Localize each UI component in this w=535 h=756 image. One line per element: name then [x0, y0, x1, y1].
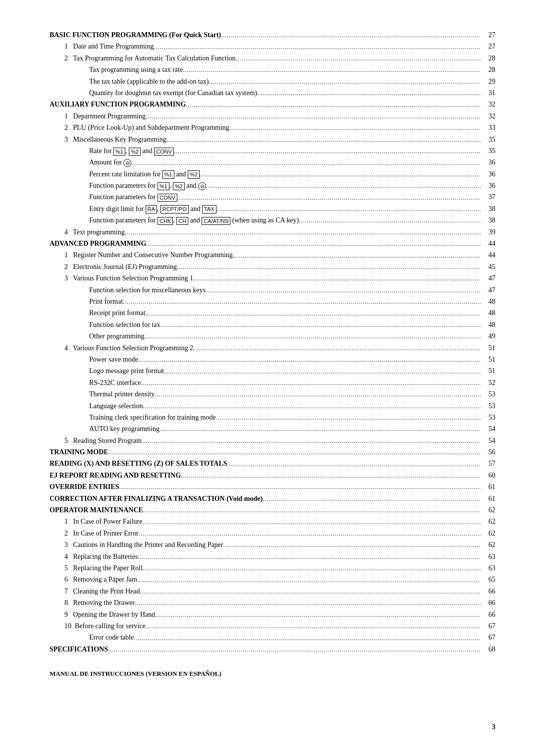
toc-entry-tax-table: The tax table (applicable to the add-on …: [50, 76, 495, 87]
toc-page: 67: [481, 632, 495, 643]
toc-page: 51: [481, 354, 495, 365]
toc-page: 36: [481, 157, 495, 168]
toc-filler: [125, 228, 481, 237]
toc-entry-drawer-hand: 9 Opening the Drawer by Hand 66: [50, 609, 495, 620]
key-pct2c: %2: [173, 182, 185, 190]
toc-filler: [155, 610, 481, 620]
key-pct1c: %1: [158, 182, 169, 190]
toc-entry-date: 1 Date and Time Programming 27: [50, 41, 495, 52]
toc-page: 28: [481, 53, 495, 64]
toc-entry-digit-limit: Entry digit limit for RA, RCPT/PO and TA…: [50, 204, 495, 215]
toc-label: 4 Various Function Selection Programming…: [64, 343, 193, 354]
toc-label: 6 Removing a Paper Jam: [64, 574, 137, 585]
toc-label: 1 Register Number and Consecutive Number…: [64, 250, 233, 261]
toc-filler: [123, 297, 481, 307]
toc-entry-register-num: 1 Register Number and Consecutive Number…: [50, 250, 495, 261]
toc-entry-language: Language selection 53: [50, 401, 495, 412]
toc-filler: [193, 344, 481, 353]
toc-label: CORRECTION AFTER FINALIZING A TRANSACTIO…: [50, 493, 263, 504]
toc-label: Error code table: [89, 632, 134, 643]
toc-filler: [177, 193, 481, 203]
toc-filler: [193, 274, 481, 283]
toc-page: 53: [481, 389, 495, 400]
toc-entry-func-chk: Function parameters for CHK, CH and CA/A…: [50, 215, 495, 226]
toc-filler: [206, 181, 481, 191]
toc-filler: [186, 101, 481, 110]
toc-page: 31: [481, 88, 495, 99]
toc-page: 35: [481, 134, 495, 145]
toc-label: 5 Reading Stored Program: [64, 435, 142, 446]
toc-filler: [223, 540, 481, 550]
toc-page: 62: [481, 540, 495, 550]
toc-entry-print-head: 7 Cleaning the Print Head 66: [50, 586, 495, 597]
toc-filler: [206, 286, 481, 295]
toc-filler: [135, 598, 481, 608]
toc-entry-drawer: 8 Removing the Drawer 66: [50, 597, 495, 608]
toc-page: 29: [481, 76, 495, 87]
toc-entry-batteries: 4 Replacing the Batteries 63: [50, 551, 495, 562]
toc-entry-rate-for: Rate for %1, %2 and CONV 35: [50, 146, 495, 157]
toc-entry-tax-rate: Tax programming using a tax rate 28: [50, 64, 495, 75]
toc-entry-tax: 2 Tax Programming for Automatic Tax Calc…: [50, 53, 495, 64]
toc-label: 5 Replacing the Paper Roll: [64, 563, 143, 574]
toc-label: Function parameters for CONV: [89, 192, 177, 203]
toc-page: 62: [481, 516, 495, 527]
toc-page: 38: [481, 204, 495, 215]
toc-filler: [142, 436, 481, 446]
toc-label: 3 Miscellaneous Key Programming: [64, 134, 166, 145]
toc-entry-percent-rate: Percent rate limitation for %1 and %2 36: [50, 169, 495, 180]
toc-label: TRAINING MODE: [50, 447, 108, 458]
toc-label: ADVANCED PROGRAMMING: [50, 238, 146, 249]
key-circle-c: ⊝: [198, 182, 206, 190]
toc-filler: [216, 413, 481, 423]
toc-filler: [146, 239, 481, 249]
toc-container: BASIC FUNCTION PROGRAMMING (For Quick St…: [50, 30, 495, 678]
toc-filler: [177, 263, 481, 272]
toc-label: Function selection for tax: [89, 320, 160, 330]
toc-filler: [155, 390, 481, 399]
toc-filler: [137, 576, 481, 585]
toc-label: Percent rate limitation for %1 and %2: [89, 169, 200, 180]
toc-filler: [131, 159, 481, 168]
toc-filler: [143, 564, 481, 573]
toc-page: 27: [481, 41, 495, 52]
toc-entry-cautions: 3 Cautions in Handling the Printer and R…: [50, 540, 495, 550]
toc-page: 35: [481, 146, 495, 157]
toc-entry-plu: 2 PLU (Price Look-Up) and Subdepartment …: [50, 122, 495, 133]
toc-label: EJ REPORT READING AND RESETTING: [50, 470, 181, 481]
toc-filler: [134, 634, 481, 643]
key-pct1: %1: [113, 148, 125, 156]
toc-entry-training-clerk: Training clerk specification for trainin…: [50, 412, 495, 423]
toc-page: 51: [481, 366, 495, 377]
toc-label: 2 Tax Programming for Automatic Tax Calc…: [64, 53, 236, 64]
toc-label: Function parameters for %1, %2 and ⊝: [89, 180, 206, 191]
toc-label: AUXILIARY FUNCTION PROGRAMMING: [50, 99, 186, 110]
toc-label: 2 PLU (Price Look-Up) and Subdepartment …: [64, 122, 229, 133]
toc-filler: [227, 460, 481, 469]
toc-label: Receipt print format: [89, 308, 146, 319]
toc-label: SPECIFICATIONS: [50, 644, 108, 655]
toc-page: 66: [481, 586, 495, 597]
toc-filler: [229, 123, 481, 133]
toc-page: 53: [481, 401, 495, 412]
toc-label: 2 In Case of Printer Error: [64, 528, 139, 539]
toc-label: RS-232C interface: [89, 378, 141, 388]
toc-label: Language selection: [89, 401, 143, 412]
toc-entry-operator: OPERATOR MAINTENANCE 62: [50, 505, 495, 516]
toc-entry-auto-key: AUTO key programming 54: [50, 424, 495, 434]
toc-filler: [160, 321, 481, 330]
toc-entry-service: 10 Before calling for service 67: [50, 621, 495, 632]
toc-filler: [146, 309, 481, 319]
toc-filler: [108, 448, 481, 457]
toc-label: 9 Opening the Drawer by Hand: [64, 609, 155, 620]
key-chk: CHK: [158, 217, 173, 225]
toc-entry-override: OVERRIDE ENTRIES 61: [50, 482, 495, 492]
toc-page: 45: [481, 262, 495, 272]
toc-label: 1 Department Programming: [64, 111, 146, 122]
toc-label: Function selection for miscellaneous key…: [89, 285, 206, 296]
toc-entry-various-2: 4 Various Function Selection Programming…: [50, 343, 495, 354]
toc-filler: [139, 529, 481, 539]
toc-page: 32: [481, 99, 495, 110]
toc-filler: [236, 54, 481, 63]
toc-label: BASIC FUNCTION PROGRAMMING (For Quick St…: [50, 30, 221, 41]
